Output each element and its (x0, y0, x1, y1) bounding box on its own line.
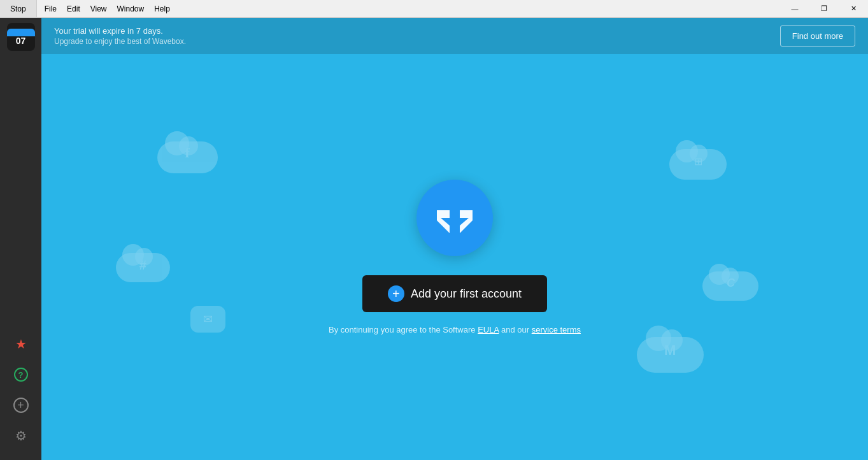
help-icon: ? (14, 368, 28, 382)
office-cloud-icon: ⊞ (669, 135, 727, 180)
stop-button[interactable]: Stop (0, 0, 37, 17)
center-area: f # (41, 54, 868, 460)
service-terms-link[interactable]: service terms (532, 325, 581, 334)
sidebar: 07 ★ ? + ⚙ (0, 18, 41, 460)
campaignmonitor-cloud-icon: C (702, 257, 758, 301)
slack-cloud-icon: # (116, 241, 170, 282)
add-circle-icon: + (13, 398, 29, 413)
eula-link[interactable]: EULA (478, 325, 499, 334)
wavebox-logo-svg (432, 196, 477, 240)
gmail-cloud-icon: M (637, 322, 704, 373)
menu-bar: File Edit View Window Help (37, 0, 178, 17)
menu-view[interactable]: View (85, 0, 112, 17)
add-account-label: Add your first account (411, 287, 522, 301)
star-icon: ★ (15, 336, 27, 352)
menu-edit[interactable]: Edit (62, 0, 85, 17)
sidebar-add-icon[interactable]: + (7, 391, 35, 419)
menu-file[interactable]: File (39, 0, 62, 17)
svg-marker-0 (437, 210, 450, 233)
find-out-more-button[interactable]: Find out more (780, 25, 855, 47)
sidebar-favorites-icon[interactable]: ★ (7, 330, 35, 358)
close-button[interactable]: ✕ (839, 0, 868, 17)
add-account-button[interactable]: + Add your first account (362, 275, 547, 312)
trial-expiry-text: Your trial will expire in 7 days. (54, 26, 186, 36)
window-controls: — ❐ ✕ (780, 0, 868, 17)
svg-marker-1 (460, 210, 473, 233)
app-container: 07 ★ ? + ⚙ Your trial will expire in 7 d… (0, 18, 868, 460)
facebook-cloud-icon: f (157, 127, 218, 173)
sidebar-help-icon[interactable]: ? (7, 361, 35, 389)
main-content: Your trial will expire in 7 days. Upgrad… (41, 18, 868, 460)
mail-cloud-icon: ✉ (190, 306, 225, 333)
add-plus-icon: + (388, 285, 404, 302)
sidebar-settings-icon[interactable]: ⚙ (7, 422, 35, 450)
legal-text: By continuing you agree to the Software … (329, 325, 581, 334)
legal-mid: and our (499, 325, 531, 334)
trial-banner: Your trial will expire in 7 days. Upgrad… (41, 18, 868, 54)
maximize-button[interactable]: ❐ (809, 0, 839, 17)
menu-help[interactable]: Help (149, 0, 175, 17)
title-bar: Stop File Edit View Window Help — ❐ ✕ (0, 0, 868, 18)
trial-text-block: Your trial will expire in 7 days. Upgrad… (54, 26, 186, 46)
app-body: 07 ★ ? + ⚙ Your trial will expire in 7 d… (0, 18, 868, 460)
trial-upgrade-text: Upgrade to enjoy the best of Wavebox. (54, 37, 186, 46)
gear-icon: ⚙ (15, 428, 27, 443)
menu-window[interactable]: Window (112, 0, 150, 17)
legal-prefix: By continuing you agree to the Software (329, 325, 478, 334)
calendar-day: 07 (16, 36, 26, 45)
wavebox-logo (416, 180, 493, 256)
sidebar-calendar-icon[interactable]: 07 (7, 23, 35, 51)
minimize-button[interactable]: — (780, 0, 809, 17)
